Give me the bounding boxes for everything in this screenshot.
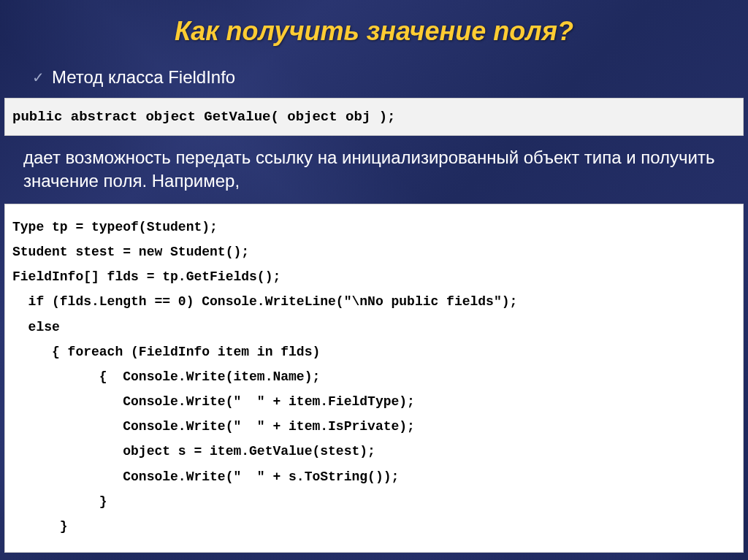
description-text: дает возможность передать ссылку на иниц…: [0, 146, 748, 204]
slide-title: Как получить значение поля?: [0, 0, 748, 67]
bullet-text: Метод класса FieldInfo: [52, 67, 235, 88]
code-example-box: Type tp = typeof(Student); Student stest…: [4, 204, 744, 553]
check-icon: ✓: [32, 70, 45, 85]
bullet-row: ✓ Метод класса FieldInfo: [0, 67, 748, 88]
slide-container: Как получить значение поля? ✓ Метод клас…: [0, 0, 748, 560]
code-signature-box: public abstract object GetValue( object …: [4, 98, 744, 136]
